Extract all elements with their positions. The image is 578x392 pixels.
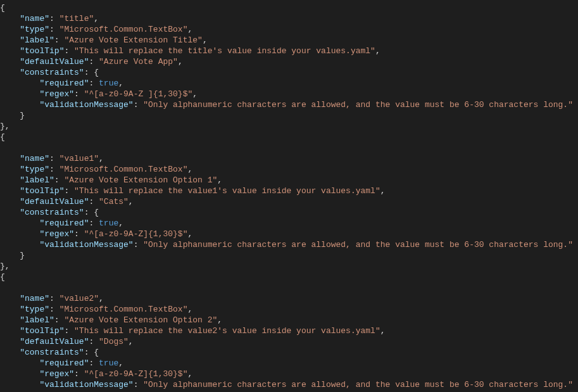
json-punct [0, 154, 20, 163]
json-string: "Only alphanumeric characters are allowe… [143, 100, 573, 110]
code-line: "required": true, [0, 358, 123, 368]
json-punct: : [134, 380, 144, 389]
json-punct [0, 326, 20, 336]
json-key: "name" [20, 154, 49, 163]
json-punct [0, 218, 39, 228]
code-line: "toolTip": "This will replace the value1… [0, 186, 386, 196]
json-punct: : [54, 35, 65, 45]
code-line: "label": "Azure Vote Extension Option 1"… [0, 175, 222, 185]
code-line: { [0, 132, 5, 142]
json-punct: { [0, 272, 5, 282]
json-punct: } [0, 111, 25, 120]
json-punct: , [217, 175, 222, 185]
json-punct: : [89, 337, 99, 346]
json-key: "validationMessage" [39, 100, 133, 110]
json-key: "regex" [39, 229, 74, 239]
code-line: "toolTip": "This will replace the value2… [0, 326, 386, 336]
json-key: "toolTip" [20, 186, 64, 196]
json-string: "This will replace the value2's value in… [74, 326, 380, 336]
json-punct: , [178, 57, 183, 66]
json-string: "Microsoft.Common.TextBox" [60, 165, 188, 174]
json-punct: : [74, 369, 84, 379]
json-punct: : [134, 100, 144, 110]
json-punct: , [99, 154, 104, 163]
json-punct [0, 89, 39, 99]
json-punct: : [49, 294, 60, 303]
json-string: "Only alphanumeric characters are allowe… [143, 240, 573, 250]
json-punct: , [99, 294, 104, 303]
json-string: "Microsoft.Common.TextBox" [60, 305, 188, 314]
json-punct [0, 380, 39, 389]
code-line: } [0, 251, 25, 260]
json-punct: : [49, 14, 60, 23]
json-punct: : [49, 25, 60, 34]
json-punct: { [0, 3, 5, 13]
json-punct: , [217, 315, 222, 325]
json-punct [0, 35, 20, 45]
json-code-block[interactable]: { "name": "title", "type": "Microsoft.Co… [0, 0, 578, 392]
json-key: "required" [39, 79, 89, 88]
json-punct [0, 315, 20, 325]
json-punct: , [94, 14, 99, 23]
json-punct [0, 46, 20, 56]
json-key: "regex" [39, 89, 74, 99]
json-key: "toolTip" [20, 46, 64, 56]
json-punct [0, 25, 20, 34]
json-key: "type" [20, 305, 49, 314]
json-string: "^[a-z0-9A-Z ]{1,30}$" [84, 89, 193, 99]
json-punct: , [118, 79, 123, 88]
json-punct: : [49, 305, 60, 314]
code-line: "defaultValue": "Azure Vote App", [0, 57, 183, 66]
code-line: "regex": "^[a-z0-9A-Z ]{1,30}$", [0, 89, 198, 99]
json-punct: : [49, 165, 60, 174]
json-string: "Azure Vote Extension Option 1" [64, 175, 217, 185]
code-line: "regex": "^[a-z0-9A-Z]{1,30}$", [0, 369, 192, 379]
json-punct: : [64, 46, 74, 56]
json-punct: : [49, 154, 60, 163]
json-punct: : [89, 79, 99, 88]
code-line: "label": "Azure Vote Extension Option 2"… [0, 315, 222, 325]
json-key: "constraints" [20, 68, 84, 77]
json-string: "Microsoft.Common.TextBox" [60, 25, 188, 34]
code-line: }, [0, 262, 10, 271]
json-punct: , [187, 229, 192, 239]
json-string: "Azure Vote Extension Option 2" [64, 315, 217, 325]
json-punct [0, 100, 39, 110]
json-punct: : [89, 218, 99, 228]
json-string: "value2" [60, 294, 99, 303]
json-punct: : [134, 240, 144, 250]
json-key: "label" [20, 35, 54, 45]
code-line: "type": "Microsoft.Common.TextBox", [0, 25, 192, 34]
json-punct [0, 175, 20, 185]
json-punct: , [187, 165, 192, 174]
json-punct [0, 358, 39, 368]
json-punct [0, 68, 20, 77]
json-punct [0, 294, 20, 303]
json-key: "name" [20, 14, 49, 23]
code-line: "validationMessage": "Only alphanumeric … [0, 380, 573, 389]
json-string: "Only alphanumeric characters are allowe… [143, 380, 573, 389]
code-line: "constraints": { [0, 348, 99, 357]
json-key: "validationMessage" [39, 380, 133, 389]
json-boolean: true [99, 358, 118, 368]
json-string: "value1" [60, 154, 99, 163]
json-punct [0, 337, 20, 346]
code-line: "name": "title", [0, 14, 99, 23]
json-punct: : [54, 175, 65, 185]
json-key: "validationMessage" [39, 240, 133, 250]
code-line: "constraints": { [0, 208, 99, 217]
code-line: "required": true, [0, 218, 123, 228]
json-punct [0, 240, 39, 250]
json-punct: : { [84, 68, 99, 77]
json-punct: }, [0, 262, 10, 271]
json-punct: , [187, 25, 192, 34]
json-key: "constraints" [20, 348, 84, 357]
code-line: "required": true, [0, 79, 123, 88]
json-punct [0, 14, 20, 23]
code-line: "validationMessage": "Only alphanumeric … [0, 240, 573, 250]
json-string: "^[a-z0-9A-Z]{1,30}$" [84, 229, 188, 239]
json-key: "regex" [39, 369, 74, 379]
json-punct [0, 186, 20, 196]
json-punct [0, 57, 20, 66]
json-punct: { [0, 132, 5, 142]
